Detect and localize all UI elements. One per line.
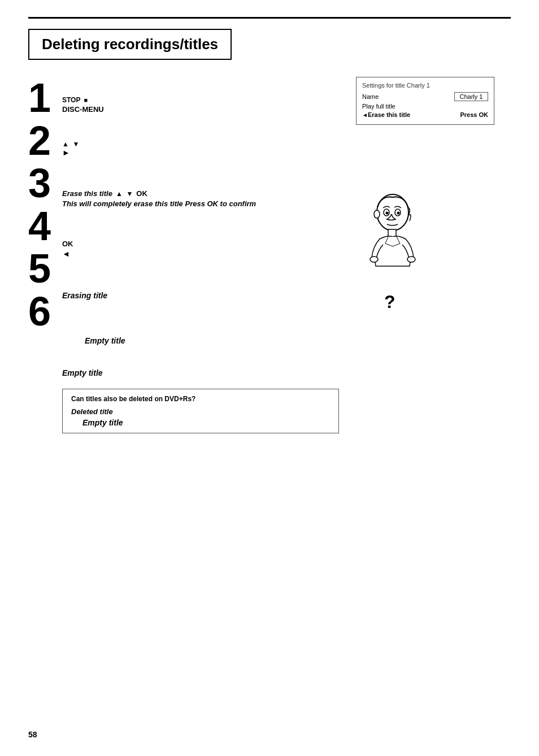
- stop-icon: ■: [84, 97, 88, 103]
- svg-point-5: [374, 210, 380, 218]
- step3-line1: Erase this title ▲ ▼ OK: [62, 189, 339, 198]
- dvd-question-box: Can titles also be deleted on DVD+Rs? De…: [62, 389, 339, 433]
- top-rule: [28, 17, 511, 19]
- step5-text: Erasing title: [62, 291, 339, 300]
- step3-arrows: ▲ ▼: [116, 190, 133, 198]
- step-block-4: OK ◄: [62, 227, 339, 268]
- step4-arrow: ◄: [62, 249, 339, 258]
- step-num-3: 3: [28, 162, 51, 205]
- title-box: Deleting recordings/titles: [28, 29, 232, 60]
- question-mark: ?: [384, 292, 424, 312]
- dvd-empty-title: Empty title: [82, 418, 330, 427]
- step3-desc: This will completely erase this title Pr…: [62, 199, 339, 208]
- step-num-2: 2: [28, 120, 51, 163]
- steps-col: 1 2 3 4 5 6 STOP ■ DISC-MENU: [28, 77, 339, 433]
- settings-box: Settings for title Charly 1 Name Charly …: [356, 77, 494, 125]
- step2-play: ►: [62, 148, 339, 157]
- step3-erase-label: Erase this title: [62, 189, 112, 198]
- settings-name-label: Name: [362, 93, 454, 100]
- step-num-1: 1: [28, 77, 51, 120]
- step4-ok: OK: [62, 240, 73, 248]
- step1-stop-label: STOP: [62, 96, 80, 104]
- below-empty-title: Empty title: [62, 368, 339, 377]
- illustration-area: ?: [356, 193, 424, 312]
- below-steps: Empty title Can titles also be deleted o…: [62, 368, 339, 433]
- step-numbers: 1 2 3 4 5 6: [28, 77, 62, 433]
- page-wrapper: Deleting recordings/titles 1 2 3 4 5 6 S…: [0, 0, 539, 756]
- page-title: Deleting recordings/titles: [42, 36, 218, 53]
- dvd-deleted-title: Deleted title: [71, 407, 330, 416]
- settings-row-play: Play full title: [362, 103, 488, 110]
- dvd-question: Can titles also be deleted on DVD+Rs?: [71, 395, 330, 403]
- right-panel: Settings for title Charly 1 Name Charly …: [356, 77, 514, 312]
- step4-line: OK: [62, 240, 339, 248]
- step1-line1: STOP ■: [62, 96, 339, 104]
- step-block-5: Erasing title: [62, 272, 339, 313]
- settings-title: Settings for title Charly 1: [362, 82, 488, 89]
- svg-point-7: [370, 257, 378, 262]
- settings-row-erase: Erase this title Press OK: [362, 111, 488, 118]
- step3-ok: OK: [136, 189, 147, 198]
- settings-name-value: Charly 1: [454, 92, 488, 101]
- svg-point-3: [386, 212, 389, 215]
- step-block-6: Empty title: [62, 318, 339, 358]
- step2-line: ▲ ▼: [62, 140, 339, 148]
- person-illustration: [356, 193, 424, 289]
- settings-row-name: Name Charly 1: [362, 92, 488, 101]
- svg-point-8: [407, 257, 415, 262]
- step-block-2: ▲ ▼ ►: [62, 127, 339, 167]
- page-number: 58: [28, 730, 37, 739]
- step2-arrows: ▲ ▼: [62, 140, 79, 148]
- settings-erase-label: Erase this title: [368, 111, 460, 118]
- step-num-6: 6: [28, 290, 51, 333]
- steps-content: STOP ■ DISC-MENU ▲ ▼ ► Erase this title: [62, 77, 339, 433]
- step-block-1: STOP ■ DISC-MENU: [62, 81, 339, 122]
- step-block-3: Erase this title ▲ ▼ OK This will comple…: [62, 172, 339, 223]
- step-num-4: 4: [28, 205, 51, 248]
- step1-disc-menu: DISC-MENU: [62, 105, 339, 114]
- settings-erase-value: Press OK: [460, 111, 488, 118]
- step-num-5: 5: [28, 247, 51, 290]
- settings-play-label: Play full title: [362, 103, 488, 110]
- svg-point-4: [397, 212, 400, 215]
- main-layout: 1 2 3 4 5 6 STOP ■ DISC-MENU: [28, 77, 511, 433]
- step6-text: Empty title: [85, 336, 339, 345]
